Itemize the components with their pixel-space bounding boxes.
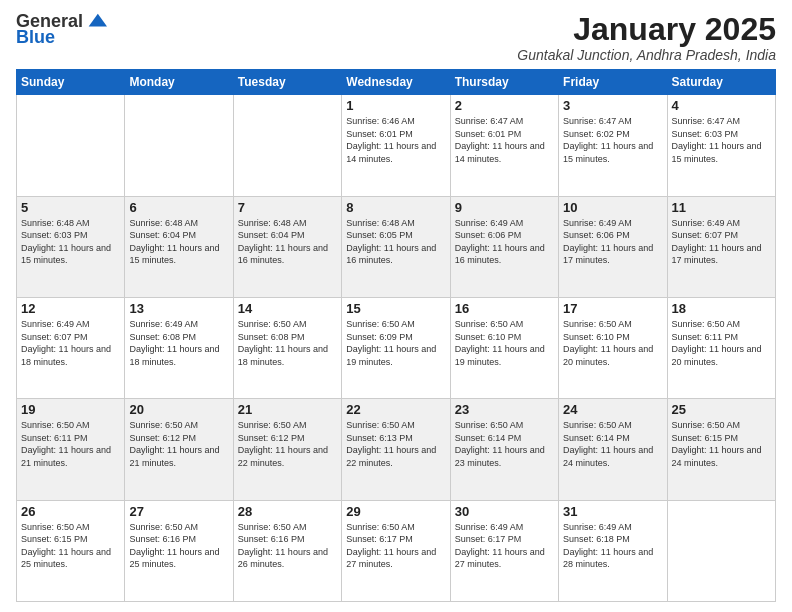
day-info: Sunrise: 6:46 AM Sunset: 6:01 PM Dayligh… (346, 115, 445, 165)
day-info: Sunrise: 6:50 AM Sunset: 6:15 PM Dayligh… (21, 521, 120, 571)
day-number: 7 (238, 200, 337, 215)
title-section: January 2025 Guntakal Junction, Andhra P… (517, 12, 776, 63)
day-info: Sunrise: 6:49 AM Sunset: 6:08 PM Dayligh… (129, 318, 228, 368)
day-number: 2 (455, 98, 554, 113)
calendar-week-row: 1Sunrise: 6:46 AM Sunset: 6:01 PM Daylig… (17, 95, 776, 196)
table-row: 24Sunrise: 6:50 AM Sunset: 6:14 PM Dayli… (559, 399, 667, 500)
day-info: Sunrise: 6:50 AM Sunset: 6:17 PM Dayligh… (346, 521, 445, 571)
table-row: 20Sunrise: 6:50 AM Sunset: 6:12 PM Dayli… (125, 399, 233, 500)
day-number: 25 (672, 402, 771, 417)
day-number: 27 (129, 504, 228, 519)
day-number: 1 (346, 98, 445, 113)
day-info: Sunrise: 6:48 AM Sunset: 6:03 PM Dayligh… (21, 217, 120, 267)
table-row: 2Sunrise: 6:47 AM Sunset: 6:01 PM Daylig… (450, 95, 558, 196)
calendar-table: Sunday Monday Tuesday Wednesday Thursday… (16, 69, 776, 602)
day-info: Sunrise: 6:49 AM Sunset: 6:07 PM Dayligh… (21, 318, 120, 368)
day-number: 31 (563, 504, 662, 519)
day-info: Sunrise: 6:49 AM Sunset: 6:06 PM Dayligh… (455, 217, 554, 267)
table-row: 4Sunrise: 6:47 AM Sunset: 6:03 PM Daylig… (667, 95, 775, 196)
month-title: January 2025 (517, 12, 776, 47)
svg-marker-0 (89, 14, 107, 27)
table-row: 11Sunrise: 6:49 AM Sunset: 6:07 PM Dayli… (667, 196, 775, 297)
day-info: Sunrise: 6:50 AM Sunset: 6:08 PM Dayligh… (238, 318, 337, 368)
calendar-week-row: 12Sunrise: 6:49 AM Sunset: 6:07 PM Dayli… (17, 297, 776, 398)
day-info: Sunrise: 6:50 AM Sunset: 6:16 PM Dayligh… (238, 521, 337, 571)
logo-icon (85, 10, 107, 32)
table-row: 3Sunrise: 6:47 AM Sunset: 6:02 PM Daylig… (559, 95, 667, 196)
header-wednesday: Wednesday (342, 70, 450, 95)
day-info: Sunrise: 6:48 AM Sunset: 6:04 PM Dayligh… (129, 217, 228, 267)
table-row: 1Sunrise: 6:46 AM Sunset: 6:01 PM Daylig… (342, 95, 450, 196)
location: Guntakal Junction, Andhra Pradesh, India (517, 47, 776, 63)
day-number: 19 (21, 402, 120, 417)
day-number: 5 (21, 200, 120, 215)
table-row: 14Sunrise: 6:50 AM Sunset: 6:08 PM Dayli… (233, 297, 341, 398)
header-sunday: Sunday (17, 70, 125, 95)
calendar-week-row: 19Sunrise: 6:50 AM Sunset: 6:11 PM Dayli… (17, 399, 776, 500)
header-friday: Friday (559, 70, 667, 95)
day-number: 26 (21, 504, 120, 519)
day-info: Sunrise: 6:50 AM Sunset: 6:14 PM Dayligh… (563, 419, 662, 469)
table-row: 22Sunrise: 6:50 AM Sunset: 6:13 PM Dayli… (342, 399, 450, 500)
day-info: Sunrise: 6:50 AM Sunset: 6:10 PM Dayligh… (455, 318, 554, 368)
day-number: 6 (129, 200, 228, 215)
day-info: Sunrise: 6:47 AM Sunset: 6:01 PM Dayligh… (455, 115, 554, 165)
day-number: 11 (672, 200, 771, 215)
table-row: 19Sunrise: 6:50 AM Sunset: 6:11 PM Dayli… (17, 399, 125, 500)
table-row: 15Sunrise: 6:50 AM Sunset: 6:09 PM Dayli… (342, 297, 450, 398)
calendar-header-row: Sunday Monday Tuesday Wednesday Thursday… (17, 70, 776, 95)
day-info: Sunrise: 6:50 AM Sunset: 6:09 PM Dayligh… (346, 318, 445, 368)
day-info: Sunrise: 6:47 AM Sunset: 6:02 PM Dayligh… (563, 115, 662, 165)
table-row: 27Sunrise: 6:50 AM Sunset: 6:16 PM Dayli… (125, 500, 233, 601)
table-row: 17Sunrise: 6:50 AM Sunset: 6:10 PM Dayli… (559, 297, 667, 398)
table-row: 21Sunrise: 6:50 AM Sunset: 6:12 PM Dayli… (233, 399, 341, 500)
day-info: Sunrise: 6:50 AM Sunset: 6:11 PM Dayligh… (21, 419, 120, 469)
header-tuesday: Tuesday (233, 70, 341, 95)
day-number: 22 (346, 402, 445, 417)
day-info: Sunrise: 6:50 AM Sunset: 6:13 PM Dayligh… (346, 419, 445, 469)
table-row: 16Sunrise: 6:50 AM Sunset: 6:10 PM Dayli… (450, 297, 558, 398)
day-number: 9 (455, 200, 554, 215)
page: General Blue January 2025 Guntakal Junct… (0, 0, 792, 612)
day-info: Sunrise: 6:50 AM Sunset: 6:12 PM Dayligh… (238, 419, 337, 469)
day-number: 17 (563, 301, 662, 316)
table-row: 6Sunrise: 6:48 AM Sunset: 6:04 PM Daylig… (125, 196, 233, 297)
table-row: 31Sunrise: 6:49 AM Sunset: 6:18 PM Dayli… (559, 500, 667, 601)
day-number: 14 (238, 301, 337, 316)
day-number: 13 (129, 301, 228, 316)
day-info: Sunrise: 6:50 AM Sunset: 6:16 PM Dayligh… (129, 521, 228, 571)
day-number: 12 (21, 301, 120, 316)
table-row: 5Sunrise: 6:48 AM Sunset: 6:03 PM Daylig… (17, 196, 125, 297)
day-number: 28 (238, 504, 337, 519)
day-number: 23 (455, 402, 554, 417)
day-info: Sunrise: 6:47 AM Sunset: 6:03 PM Dayligh… (672, 115, 771, 165)
day-info: Sunrise: 6:50 AM Sunset: 6:12 PM Dayligh… (129, 419, 228, 469)
day-number: 8 (346, 200, 445, 215)
header-saturday: Saturday (667, 70, 775, 95)
day-info: Sunrise: 6:50 AM Sunset: 6:15 PM Dayligh… (672, 419, 771, 469)
day-info: Sunrise: 6:48 AM Sunset: 6:04 PM Dayligh… (238, 217, 337, 267)
logo-blue-text: Blue (16, 27, 55, 47)
day-number: 15 (346, 301, 445, 316)
day-number: 20 (129, 402, 228, 417)
table-row: 10Sunrise: 6:49 AM Sunset: 6:06 PM Dayli… (559, 196, 667, 297)
table-row: 18Sunrise: 6:50 AM Sunset: 6:11 PM Dayli… (667, 297, 775, 398)
table-row: 9Sunrise: 6:49 AM Sunset: 6:06 PM Daylig… (450, 196, 558, 297)
table-row: 7Sunrise: 6:48 AM Sunset: 6:04 PM Daylig… (233, 196, 341, 297)
table-row (233, 95, 341, 196)
day-info: Sunrise: 6:50 AM Sunset: 6:11 PM Dayligh… (672, 318, 771, 368)
table-row: 23Sunrise: 6:50 AM Sunset: 6:14 PM Dayli… (450, 399, 558, 500)
table-row: 8Sunrise: 6:48 AM Sunset: 6:05 PM Daylig… (342, 196, 450, 297)
day-number: 16 (455, 301, 554, 316)
day-number: 21 (238, 402, 337, 417)
header-monday: Monday (125, 70, 233, 95)
day-info: Sunrise: 6:49 AM Sunset: 6:18 PM Dayligh… (563, 521, 662, 571)
day-number: 3 (563, 98, 662, 113)
day-info: Sunrise: 6:50 AM Sunset: 6:10 PM Dayligh… (563, 318, 662, 368)
header: General Blue January 2025 Guntakal Junct… (16, 12, 776, 63)
day-number: 29 (346, 504, 445, 519)
day-info: Sunrise: 6:49 AM Sunset: 6:07 PM Dayligh… (672, 217, 771, 267)
table-row: 25Sunrise: 6:50 AM Sunset: 6:15 PM Dayli… (667, 399, 775, 500)
day-number: 4 (672, 98, 771, 113)
table-row (17, 95, 125, 196)
